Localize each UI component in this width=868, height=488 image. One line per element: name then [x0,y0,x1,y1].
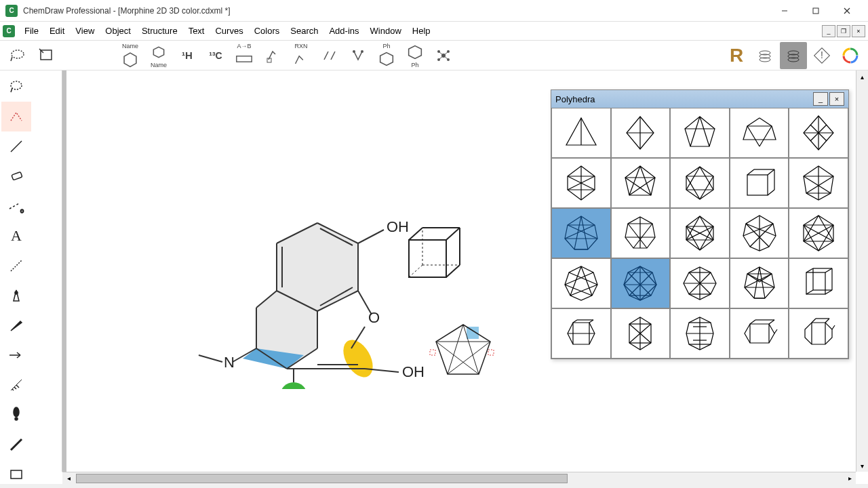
svg-line-151 [686,176,700,199]
clean-reaction-button[interactable]: RXN [288,42,315,69]
nmr-1h-button[interactable]: ¹H [174,42,201,69]
panel-close[interactable]: × [829,92,844,106]
minimize-button[interactable] [769,0,800,22]
warning-button[interactable]: ! [808,42,835,69]
poly-elongated-square-bipyramid[interactable] [611,308,671,359]
horizontal-scrollbar[interactable]: ◂ ▸ [62,472,856,484]
ph-hex-button[interactable]: Ph [373,42,400,69]
menu-addins[interactable]: Add-ins [323,24,364,37]
scroll-thumb[interactable] [76,474,568,483]
svg-marker-120 [685,117,715,146]
hex-ph-button[interactable]: Ph [401,42,429,69]
panel-header[interactable]: Polyhedra _ × [551,90,848,108]
svg-line-122 [690,117,700,146]
lasso-select-tool[interactable] [1,72,31,102]
svg-line-161 [804,176,831,193]
menu-help[interactable]: Help [407,24,436,37]
text-tool[interactable]: A [1,221,31,251]
poly-gyroelongated-square-bipyramid[interactable] [730,208,789,258]
layers-active-button[interactable] [780,42,807,69]
poly-tetrahedron[interactable] [551,108,611,158]
orbital-tool[interactable] [1,400,31,430]
hash-bond-tool[interactable] [1,251,31,281]
nmr-13c-button[interactable]: ¹³C [202,42,229,69]
svg-line-99 [446,228,460,240]
poly-tricapped-trigonal-prism[interactable] [789,158,848,208]
cube-drawing[interactable] [399,220,467,287]
dashed-bond-tool[interactable]: o [1,191,31,221]
solid-bond-tool[interactable] [1,131,31,161]
placed-polyhedron[interactable] [426,321,500,382]
pen-tool[interactable] [1,281,31,310]
svg-line-48 [11,439,22,450]
poly-pentagonal-prism[interactable] [551,308,611,359]
expand-label-button[interactable] [316,42,343,69]
clean-structure-button[interactable] [259,42,286,69]
vertical-scrollbar[interactable]: ▴ ▾ [856,70,868,472]
network-button[interactable] [430,42,457,69]
polyhedra-panel: Polyhedra _ × [551,89,849,359]
menu-window[interactable]: Window [365,24,407,37]
poly-trigonal-dodecahedron[interactable] [611,158,671,208]
scroll-right-button[interactable]: ▸ [844,472,856,485]
menu-text[interactable]: Text [183,24,210,37]
panel-minimize[interactable]: _ [813,92,828,106]
mdi-minimize[interactable]: _ [822,25,835,37]
svg-line-44 [14,387,16,389]
poly-edge-coalesced-icosahedron[interactable] [611,208,671,258]
label-o: O [368,309,380,326]
contract-label-button[interactable] [344,42,372,69]
layers-button[interactable] [751,42,778,69]
menu-curves[interactable]: Curves [210,24,248,37]
poly-heptagonal-prism[interactable] [789,308,848,359]
poly-octahedron[interactable] [789,108,848,158]
menu-edit[interactable]: Edit [44,24,70,37]
poly-square-pyramid[interactable] [611,108,671,158]
scroll-up-button[interactable]: ▴ [856,70,868,83]
menu-search[interactable]: Search [285,24,323,37]
poly-bicapped-square-antiprism[interactable] [551,208,611,258]
menu-structure[interactable]: Structure [136,24,183,37]
poly-icosahedron-partial[interactable] [551,258,611,308]
svg-line-125 [747,126,760,146]
menu-view[interactable]: View [70,24,100,37]
poly-pentagonal-bipyramid[interactable] [551,158,611,208]
scroll-left-button[interactable]: ◂ [62,472,75,485]
poly-icosahedron[interactable] [611,258,671,308]
mdi-restore[interactable]: ❐ [837,25,850,37]
wedge-solid-tool[interactable] [1,310,31,340]
scroll-down-button[interactable]: ▾ [856,460,868,472]
menu-file[interactable]: File [19,24,44,37]
poly-rhombic-dodecahedron[interactable] [730,258,789,308]
marquee-tool[interactable] [33,42,60,69]
menu-object[interactable]: Object [100,24,136,37]
maximize-button[interactable] [800,0,831,22]
app-name: ChemDraw Professional [23,6,111,16]
poly-cuboctahedron[interactable] [670,258,730,308]
poly-cube[interactable] [730,158,789,208]
poly-tridiminished-icosahedron[interactable] [789,208,848,258]
poly-square-antiprism[interactable] [670,158,730,208]
morphine-structure[interactable]: OH O OH N H [148,159,433,389]
poly-snub-disphenoid[interactable] [670,208,730,258]
google-button[interactable] [837,42,864,69]
poly-octagonal-prism[interactable] [730,308,789,359]
arrow-tool[interactable] [1,340,31,370]
poly-triangular-bipyramid[interactable] [670,108,730,158]
poly-hexagonal-prism[interactable] [789,258,848,308]
mdi-close[interactable]: × [852,25,865,37]
structure-perspective-tool[interactable] [1,102,31,131]
lasso-tool[interactable] [4,42,31,69]
reaxys-button[interactable]: R [723,42,750,69]
close-button[interactable] [831,0,863,22]
poly-triangular-prism-caps[interactable] [730,108,789,158]
poly-bicapped-hexagonal-prism[interactable] [670,308,730,359]
struct-to-name-button[interactable]: Name [117,42,144,69]
menu-colors[interactable]: Colors [249,24,285,37]
eraser-tool[interactable] [1,161,31,191]
svg-line-206 [569,272,597,285]
reaction-interpret-button[interactable]: A→B [231,42,258,69]
name-to-struct-button[interactable]: Name [145,42,172,69]
bold-bond-tool[interactable] [1,430,31,460]
wedge-hash-tool[interactable] [1,370,31,400]
